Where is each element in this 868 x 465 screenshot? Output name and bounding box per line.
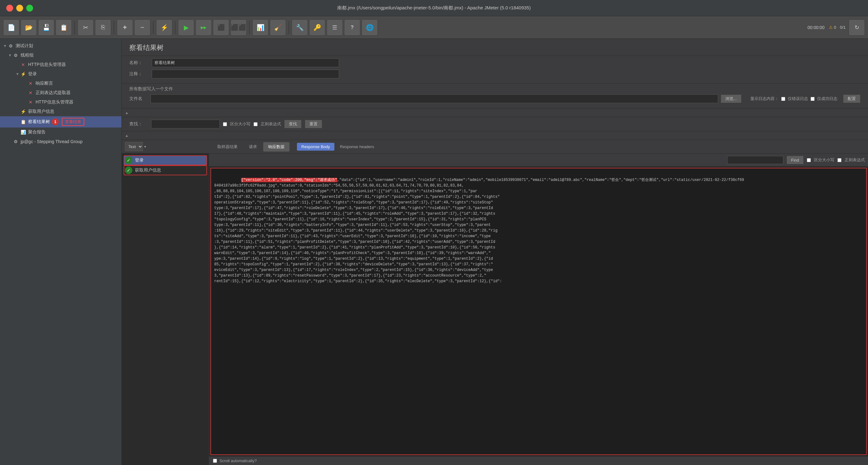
sidebar-item-thread-group[interactable]: ▼ ⚙ 线程组 bbox=[0, 51, 121, 60]
separator-1 bbox=[74, 21, 75, 34]
sidebar-item-get-user-info[interactable]: ▶ ⚡ 获取用户信息 bbox=[0, 107, 121, 116]
tab-response-headers[interactable]: Response headers bbox=[336, 143, 378, 151]
key-icon: 🔑 bbox=[313, 24, 321, 31]
tree-arrow: ▼ bbox=[2, 44, 7, 48]
list-button[interactable]: ☰ bbox=[327, 19, 343, 36]
test-plan-icon: ⚙ bbox=[7, 43, 14, 49]
close-button[interactable] bbox=[6, 5, 13, 11]
sidebar-item-http-header2[interactable]: ▶ ✕ HTTP信息头管理器 bbox=[0, 97, 121, 107]
tab-sampler-result[interactable]: 取样器结果 bbox=[212, 142, 243, 151]
network-icon: 🌐 bbox=[366, 24, 374, 31]
sidebar-item-response-assert[interactable]: ▶ ✕ 响应断言 bbox=[0, 79, 121, 88]
window-controls bbox=[6, 5, 33, 11]
help-button[interactable]: ? bbox=[344, 19, 360, 36]
run-all-icon: ▶▶ bbox=[201, 25, 206, 30]
response-body-text: {"version":"2.0","code":200,"msg":"请求成功"… bbox=[214, 172, 863, 290]
main-toolbar: 📄 📂 💾 📋 ✂ ⎘ + − ⚡ ▶ ▶▶ ⬛ ⬛⬛ 📊 🧹 🔧 🔑 ☰ ? … bbox=[0, 16, 868, 39]
name-label: 名称： bbox=[129, 60, 148, 66]
separator-3 bbox=[153, 21, 154, 34]
case-sensitive-checkbox[interactable] bbox=[223, 122, 227, 126]
config-button[interactable]: 配置 bbox=[843, 94, 861, 103]
remove-button[interactable]: − bbox=[134, 19, 151, 36]
sidebar-item-view-results[interactable]: ▶ 📋 察看结果树 1 查看结果 bbox=[0, 116, 121, 127]
shield-icon2: ✓ bbox=[127, 168, 130, 173]
sidebar-item-regex[interactable]: ▶ ✕ 正则表达式提取器 bbox=[0, 88, 121, 97]
get-user-result-icon: ✓ bbox=[125, 167, 132, 174]
collapse-bar-bottom[interactable]: ▲ bbox=[122, 131, 868, 140]
highlight-text: {"version":"2.0","code":200,"msg":"请求成功" bbox=[241, 178, 337, 182]
separator-2 bbox=[114, 21, 114, 34]
tab-response-body[interactable]: Response Body bbox=[297, 143, 334, 151]
sidebar-item-login-parent[interactable]: ▼ ⚡ 登录 bbox=[0, 69, 121, 79]
minus-icon: − bbox=[141, 24, 145, 32]
filename-input[interactable] bbox=[151, 94, 718, 103]
login-result-label: 登录 bbox=[135, 157, 144, 163]
sidebar-item-stepping-thread[interactable]: ▶ ⚙ jp@gc - Stepping Thread Group bbox=[0, 137, 121, 146]
open-button[interactable]: 📂 bbox=[21, 19, 37, 36]
search-input[interactable] bbox=[151, 120, 220, 128]
browse-button[interactable]: 浏览... bbox=[721, 94, 742, 103]
scroll-auto-checkbox[interactable] bbox=[213, 459, 217, 463]
view-results-icon: 📋 bbox=[20, 119, 26, 125]
detail-find-button[interactable]: Find bbox=[786, 156, 804, 164]
tab-response-data[interactable]: 响应数据 bbox=[263, 142, 289, 151]
saveas-icon: 📋 bbox=[60, 24, 68, 31]
add-button[interactable]: + bbox=[117, 19, 133, 36]
badge: 1 bbox=[52, 118, 59, 125]
response-body: {"version":"2.0","code":200,"msg":"请求成功"… bbox=[211, 168, 867, 455]
cut-button[interactable]: ✂ bbox=[78, 19, 94, 36]
separator-4 bbox=[175, 21, 176, 34]
filename-label: 文件名 bbox=[129, 96, 148, 101]
broom-button[interactable]: 🧹 bbox=[270, 19, 286, 36]
scissors-icon: ✂ bbox=[83, 24, 88, 31]
minimize-button[interactable] bbox=[16, 5, 23, 11]
tab-request[interactable]: 请求 bbox=[244, 142, 262, 151]
log-content-label: 显示日志内容： bbox=[750, 96, 779, 101]
report-button[interactable]: 📊 bbox=[252, 19, 269, 36]
find-button[interactable]: 查找 bbox=[284, 120, 302, 128]
saveas-button[interactable]: 📋 bbox=[56, 19, 72, 36]
error-log-checkbox[interactable] bbox=[781, 97, 785, 101]
save-button[interactable]: 💾 bbox=[38, 19, 54, 36]
copy-button[interactable]: ⎘ bbox=[95, 19, 111, 36]
detail-find-input[interactable] bbox=[727, 156, 783, 164]
result-item-get-user[interactable]: ✓ 获取用户信息 bbox=[124, 165, 207, 175]
sidebar-item-label: HTTP信息头管理器 bbox=[36, 99, 73, 105]
timer-display: 00:00:00 bbox=[807, 25, 825, 30]
broom-icon: 🧹 bbox=[274, 24, 282, 31]
refresh-button[interactable]: ↻ bbox=[849, 19, 865, 36]
sidebar-item-aggregate-report[interactable]: ▶ 📊 聚合报告 bbox=[0, 127, 121, 137]
get-user-result-label: 获取用户信息 bbox=[135, 168, 161, 173]
collapse-bar-top[interactable]: ▲ bbox=[122, 109, 868, 117]
report-icon: 📊 bbox=[257, 24, 265, 31]
stop-all-button[interactable]: ⬛⬛ bbox=[230, 19, 247, 36]
key-button[interactable]: 🔑 bbox=[309, 19, 326, 36]
plus-icon: + bbox=[123, 24, 127, 32]
new-button[interactable]: 📄 bbox=[3, 19, 19, 36]
reset-button[interactable]: 重置 bbox=[305, 120, 322, 128]
name-input[interactable] bbox=[152, 58, 339, 67]
content-panel: 察看结果树 名称： 注释： 所有数据写入一个文件 文件名 浏览... 显示日志内… bbox=[122, 39, 868, 465]
result-item-login[interactable]: ✓ 登录 bbox=[124, 155, 207, 165]
results-area: Text ▾ ✓ 登录 ✓ 获取用户信息 bbox=[122, 140, 868, 465]
run-button[interactable]: ▶ bbox=[178, 19, 194, 36]
stepping-icon: ⚙ bbox=[12, 139, 19, 145]
text-selector[interactable]: Text bbox=[125, 142, 143, 151]
scroll-auto-label: Scroll automatically? bbox=[219, 459, 257, 463]
detail-case-checkbox[interactable] bbox=[807, 158, 811, 162]
run-all-button[interactable]: ▶▶ bbox=[195, 19, 212, 36]
maximize-button[interactable] bbox=[26, 5, 33, 11]
tools-button[interactable]: 🔧 bbox=[291, 19, 308, 36]
sidebar-item-http-header[interactable]: ▶ ✕ HTTP信息头管理器 bbox=[0, 60, 121, 69]
main-tab-group: 取样器结果 请求 响应数据 bbox=[212, 142, 289, 151]
sidebar-item-label: 聚合报告 bbox=[28, 129, 45, 135]
detail-regex-checkbox[interactable] bbox=[837, 158, 841, 162]
sidebar-item-label: 察看结果树 bbox=[28, 119, 50, 125]
clear-button[interactable]: ⚡ bbox=[156, 19, 172, 36]
success-log-checkbox[interactable] bbox=[811, 97, 815, 101]
regex-checkbox[interactable] bbox=[253, 122, 257, 126]
network-button[interactable]: 🌐 bbox=[362, 19, 378, 36]
sidebar-item-test-plan[interactable]: ▼ ⚙ 测试计划 bbox=[0, 41, 121, 51]
stop-button[interactable]: ⬛ bbox=[213, 19, 229, 36]
comment-input[interactable] bbox=[152, 70, 339, 79]
